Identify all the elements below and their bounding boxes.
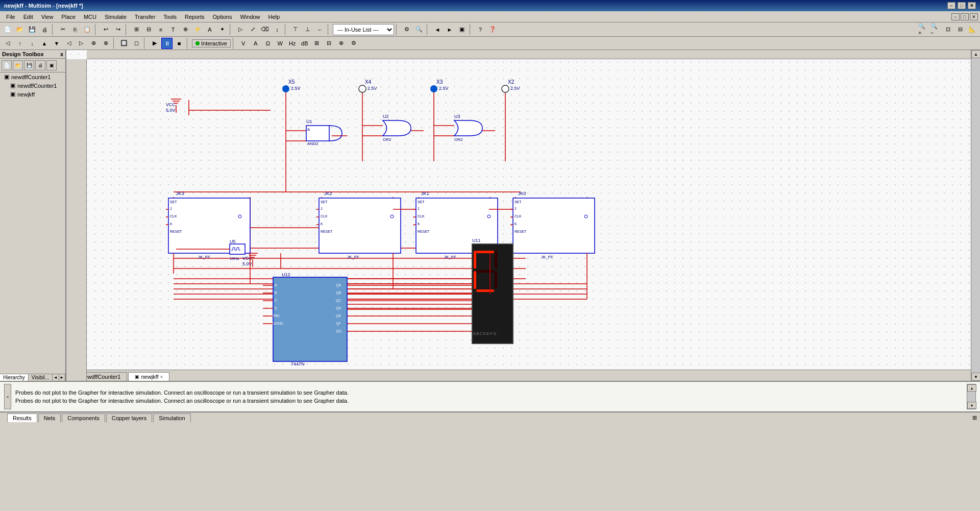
- tb-btn-a[interactable]: ▷: [235, 24, 246, 35]
- tree-item-1[interactable]: ▣ newdffCounter1: [0, 81, 65, 90]
- tb2-btn-n[interactable]: A: [250, 38, 261, 49]
- tb2-btn-u[interactable]: ⊕: [336, 38, 347, 49]
- undo-button[interactable]: ↩: [100, 24, 111, 35]
- menu-tools[interactable]: Tools: [159, 13, 181, 21]
- tab-next-arrow[interactable]: ►: [59, 374, 65, 381]
- tb-btn-b[interactable]: ⤢: [247, 24, 258, 35]
- tb-btn-l[interactable]: ❓: [487, 24, 498, 35]
- tb-btn-g[interactable]: ←: [314, 24, 326, 35]
- zoom-fit-button[interactable]: ⊡: [942, 24, 953, 35]
- menu-simulate[interactable]: Simulate: [101, 13, 131, 21]
- info-scroll-up[interactable]: ▲: [967, 384, 976, 392]
- tb2-btn-t[interactable]: ⊟: [324, 38, 335, 49]
- tb2-btn-k[interactable]: ◻: [131, 38, 142, 49]
- menu-reports[interactable]: Reports: [181, 13, 209, 21]
- tree-item-2[interactable]: ▣ newjkff: [0, 90, 65, 99]
- interactive-button[interactable]: Interactive: [192, 39, 231, 47]
- menu-transfer[interactable]: Transfer: [131, 13, 160, 21]
- tb-btn-c[interactable]: ⌫: [259, 24, 271, 35]
- annotation-button[interactable]: A: [204, 24, 215, 35]
- zoom-select-button[interactable]: ⊟: [954, 24, 966, 35]
- tb2-btn-c[interactable]: ↓: [27, 38, 38, 49]
- info-panel-scrollbar[interactable]: ▲ ▼: [967, 384, 976, 409]
- scroll-down-arrow[interactable]: ▼: [971, 373, 980, 381]
- toolbox-open-icon[interactable]: 📂: [13, 60, 23, 70]
- tb-btn-f[interactable]: ⊥: [302, 24, 313, 35]
- tb2-btn-q[interactable]: Hz: [287, 38, 298, 49]
- info-scroll-down[interactable]: ▼: [967, 402, 976, 409]
- tb2-btn-m[interactable]: V: [238, 38, 249, 49]
- tb-btn-k[interactable]: ?: [475, 24, 486, 35]
- close-button[interactable]: ✕: [968, 2, 976, 9]
- maximize-button[interactable]: □: [958, 2, 966, 9]
- tb2-btn-g[interactable]: ▷: [76, 38, 87, 49]
- inner-maximize-button[interactable]: □: [961, 13, 969, 20]
- tb2-btn-f[interactable]: ◁: [63, 38, 75, 49]
- menu-file[interactable]: File: [2, 13, 19, 21]
- tb-btn-i[interactable]: ►: [444, 24, 455, 35]
- pause-button[interactable]: ⏸: [161, 38, 173, 49]
- wire-button[interactable]: ⊟: [143, 24, 154, 35]
- toolbox-chip-icon[interactable]: ▣: [46, 60, 57, 70]
- paste-button[interactable]: 📋: [82, 24, 93, 35]
- scroll-track-v[interactable]: [971, 58, 980, 373]
- tab-prev-arrow[interactable]: ◄: [53, 374, 59, 381]
- results-tab[interactable]: Results: [7, 413, 37, 422]
- play-button[interactable]: ▶: [149, 38, 160, 49]
- components-tab[interactable]: Components: [62, 413, 105, 422]
- open-button[interactable]: 📂: [14, 24, 26, 35]
- bottom-right-icon[interactable]: ⊞: [969, 415, 980, 421]
- menu-mcu[interactable]: MCU: [80, 13, 101, 21]
- new-button[interactable]: 📄: [2, 24, 13, 35]
- toolbox-save-icon[interactable]: 💾: [24, 60, 34, 70]
- tb2-btn-h[interactable]: ⊕: [88, 38, 99, 49]
- vertical-scrollbar[interactable]: ▲ ▼: [971, 50, 980, 381]
- simulation-tab[interactable]: Simulation: [153, 413, 190, 422]
- menu-window[interactable]: Window: [236, 13, 264, 21]
- tb2-btn-r[interactable]: dB: [299, 38, 310, 49]
- bus-button[interactable]: ≡: [155, 24, 166, 35]
- zoom-out-button[interactable]: 🔍−: [930, 24, 941, 35]
- redo-button[interactable]: ↪: [112, 24, 124, 35]
- in-use-list-dropdown[interactable]: --- In-Use List ---: [333, 24, 394, 35]
- copper-layers-tab[interactable]: Copper layers: [106, 413, 152, 422]
- nets-tab[interactable]: Nets: [38, 413, 61, 422]
- tb-btn-e[interactable]: ⊤: [290, 24, 301, 35]
- menu-edit[interactable]: Edit: [19, 13, 37, 21]
- print-button[interactable]: 🖨: [39, 24, 50, 35]
- copy-button[interactable]: ⎘: [69, 24, 81, 35]
- zoom-in-button[interactable]: 🔍+: [918, 24, 929, 35]
- menu-help[interactable]: Help: [264, 13, 284, 21]
- text-button[interactable]: T: [167, 24, 179, 35]
- component-button[interactable]: ⊞: [131, 24, 142, 35]
- menu-options[interactable]: Options: [209, 13, 236, 21]
- minimize-button[interactable]: –: [947, 2, 955, 9]
- toolbox-close-button[interactable]: x: [60, 51, 63, 57]
- info-scroll-track[interactable]: [967, 392, 975, 402]
- save-button[interactable]: 💾: [27, 24, 38, 35]
- power-button[interactable]: ⚡: [192, 24, 203, 35]
- hierarchy-tab[interactable]: Hierarchy: [0, 374, 29, 381]
- tb2-btn-s[interactable]: ⊞: [311, 38, 323, 49]
- tb-simulate-btn[interactable]: ⚙: [401, 24, 412, 35]
- tab-close-icon[interactable]: ×: [160, 374, 163, 380]
- toolbox-print-icon[interactable]: 🖨: [35, 60, 45, 70]
- cut-button[interactable]: ✂: [57, 24, 68, 35]
- tb-btn-h[interactable]: ◄: [432, 24, 443, 35]
- inner-minimize-button[interactable]: –: [951, 13, 960, 20]
- misc-button[interactable]: ✦: [216, 24, 228, 35]
- tb-probe-btn[interactable]: 🔍: [413, 24, 425, 35]
- tb2-btn-i[interactable]: ⊗: [100, 38, 111, 49]
- menu-place[interactable]: Place: [57, 13, 80, 21]
- toolbox-new-icon[interactable]: 📄: [2, 60, 12, 70]
- scroll-up-arrow[interactable]: ▲: [971, 50, 980, 58]
- tb-btn-d[interactable]: ↕: [272, 24, 283, 35]
- inner-close-button[interactable]: ✕: [970, 13, 978, 20]
- visibility-tab[interactable]: Visibil...: [29, 374, 53, 381]
- tb2-btn-d[interactable]: ▲: [39, 38, 50, 49]
- tb-btn-j[interactable]: ▣: [456, 24, 468, 35]
- tb2-btn-b[interactable]: ↑: [14, 38, 26, 49]
- tb2-btn-v[interactable]: ⚙: [348, 38, 359, 49]
- menu-view[interactable]: View: [37, 13, 58, 21]
- net-button[interactable]: ⊕: [180, 24, 191, 35]
